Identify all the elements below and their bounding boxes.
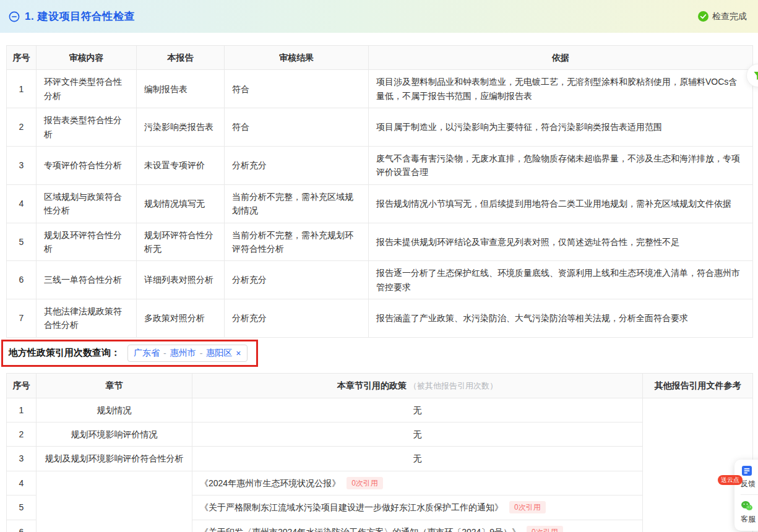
cell-result: 分析充分 [225, 146, 369, 184]
table-row: 1 规划情况 无 [7, 398, 753, 422]
cell-policy: 《关于严格限制东江流域水污染项目建设进一步做好东江水质保护工作的通知》0次引用 [192, 496, 643, 520]
cell-chapter-merged [37, 471, 192, 532]
cell-report: 规划环评符合性分析无 [137, 223, 225, 261]
cell-report: 详细列表对照分析 [137, 261, 225, 299]
cell-no: 6 [7, 261, 37, 299]
citation-count-badge: 0次引用 [509, 501, 546, 513]
cell-no: 5 [7, 223, 37, 261]
cell-report: 未设置专项评价 [137, 146, 225, 184]
cell-no: 2 [7, 423, 37, 447]
page-title: 1. 建设项目符合性检查 [25, 9, 135, 24]
cell-result: 符合 [225, 70, 369, 108]
region-separator: - [163, 348, 166, 358]
cell-chapter: 规划及规划环境影响评价符合性分析 [37, 447, 192, 471]
table-row: 2 规划环境影响评价情况 无 [7, 423, 753, 447]
wechat-icon [741, 500, 753, 512]
cell-no: 6 [7, 520, 37, 532]
table-row: 3 规划及规划环境影响评价符合性分析 无 [7, 447, 753, 471]
cell-basis: 报告涵盖了产业政策、水污染防治、大气污染防治等相关法规，分析全面符合要求 [369, 299, 753, 338]
col-header-policy-sub: （被其他报告引用次数） [409, 381, 497, 390]
cell-content: 报告表类型符合性分析 [37, 108, 137, 147]
cell-chapter: 规划情况 [37, 398, 192, 422]
coin-reward-badge: 送云点 [718, 475, 743, 485]
cell-content: 三线一单符合性分析 [37, 261, 137, 299]
table-row: 4 区域规划与政策符合性分析 规划情况填写无 当前分析不完整，需补充区域规划情况… [7, 184, 753, 223]
table-row: 3 专项评价符合性分析 未设置专项评价 分析充分 废气不含毒有害污染物，无废水直… [7, 146, 753, 184]
cell-no: 1 [7, 70, 37, 108]
citation-count-badge: 0次引用 [347, 477, 383, 489]
cell-no: 4 [7, 471, 37, 495]
section-header: 1. 建设项目符合性检查 检查完成 [0, 0, 758, 33]
col-header-result: 审核结果 [225, 46, 369, 70]
section-title-wrap[interactable]: 1. 建设项目符合性检查 [9, 9, 135, 24]
cell-result: 符合 [225, 108, 369, 147]
policy-title: 《关于印发〈惠州市2024年水污染防治工作方案〉的通知（惠市环〔2024〕9号）… [200, 527, 520, 532]
col-header-policy-main: 本章节引用的政策 [337, 380, 407, 390]
table-row: 6 三线一单符合性分析 详细列表对照分析 分析充分 报告逐一分析了生态保护红线、… [7, 261, 753, 299]
col-header-reference: 其他报告引用文件参考 [643, 373, 753, 398]
tag-close-icon[interactable]: × [236, 348, 241, 358]
collapse-icon[interactable] [9, 11, 20, 22]
region-district: 惠阳区 [206, 348, 232, 359]
policy-query-label: 地方性政策引用次数查询： [9, 347, 120, 359]
cell-no: 5 [7, 496, 37, 520]
cell-policy: 《关于印发〈惠州市2024年水污染防治工作方案〉的通知（惠市环〔2024〕9号）… [192, 520, 643, 532]
table-row: 2 报告表类型符合性分析 污染影响类报告表 符合 项目属于制造业，以污染影响为主… [7, 108, 753, 147]
region-separator: - [200, 348, 203, 358]
cell-report: 污染影响类报告表 [137, 108, 225, 147]
cell-content: 专项评价符合性分析 [37, 146, 137, 184]
check-complete-icon [698, 11, 708, 22]
region-select-tag[interactable]: 广东省 - 惠州市 - 惠阳区 × [127, 345, 248, 362]
col-header-policy: 本章节引用的政策 （被其他报告引用次数） [192, 373, 643, 398]
feedback-button[interactable]: 反馈 [741, 465, 758, 489]
cell-no: 2 [7, 108, 37, 147]
col-header-report: 本报告 [137, 46, 225, 70]
cell-no: 3 [7, 146, 37, 184]
cell-policy: 《2024年惠州市生态环境状况公报》0次引用 [192, 471, 643, 495]
main-content: 序号 审核内容 本报告 审核结果 依据 1 环评文件类型符合性分析 编制报告表 … [0, 33, 758, 532]
col-header-content: 审核内容 [37, 46, 137, 70]
panel-divider [741, 494, 758, 495]
feedback-form-icon [741, 465, 753, 477]
cell-policy: 无 [192, 447, 643, 471]
filter-icon [753, 71, 758, 80]
cell-policy: 无 [192, 423, 643, 447]
cell-content: 规划及环评符合性分析 [37, 223, 137, 261]
cell-no: 7 [7, 299, 37, 338]
customer-service-label: 客服 [741, 514, 756, 525]
cell-content: 其他法律法规政策符合性分析 [37, 299, 137, 338]
cell-basis: 报告未提供规划环评结论及审查意见列表对照，仅简述选址符合性，完整性不足 [369, 223, 753, 261]
region-province: 广东省 [134, 348, 160, 359]
col-header-no: 序号 [7, 46, 37, 70]
floating-help-panel: 送云点 反馈 客服 [734, 460, 758, 531]
cell-basis: 报告逐一分析了生态保护红线、环境质量底线、资源利用上线和生态环境准入清单，符合惠… [369, 261, 753, 299]
cell-result: 分析充分 [225, 261, 369, 299]
customer-service-button[interactable]: 客服 [741, 500, 758, 525]
policy-title: 《2024年惠州市生态环境状况公报》 [200, 478, 340, 488]
cell-result: 当前分析不完整，需补充规划环评符合性分析 [225, 223, 369, 261]
cell-report: 规划情况填写无 [137, 184, 225, 223]
feedback-label: 反馈 [741, 479, 756, 489]
citation-table-header-row: 序号 章节 本章节引用的政策 （被其他报告引用次数） 其他报告引用文件参考 [7, 373, 753, 398]
cell-report: 编制报告表 [137, 70, 225, 108]
col-header-basis: 依据 [369, 46, 753, 70]
compliance-table-header-row: 序号 审核内容 本报告 审核结果 依据 [7, 46, 753, 70]
col-header-chapter: 章节 [37, 373, 192, 398]
policy-citation-table: 序号 章节 本章节引用的政策 （被其他报告引用次数） 其他报告引用文件参考 1 … [6, 373, 753, 532]
citation-count-badge: 0次引用 [527, 526, 563, 532]
policy-title: 《关于严格限制东江流域水污染项目建设进一步做好东江水质保护工作的通知》 [200, 502, 503, 512]
cell-basis: 项目属于制造业，以污染影响为主要特征，符合污染影响类报告表适用范围 [369, 108, 753, 147]
cell-basis: 废气不含毒有害污染物，无废水直排，危险物质存储未超临界量，不涉及生态和海洋排放，… [369, 146, 753, 184]
status-text: 检查完成 [712, 11, 747, 22]
status-badge: 检查完成 [698, 11, 747, 22]
cell-content: 环评文件类型符合性分析 [37, 70, 137, 108]
compliance-table: 序号 审核内容 本报告 审核结果 依据 1 环评文件类型符合性分析 编制报告表 … [6, 45, 753, 338]
cell-result: 分析充分 [225, 299, 369, 338]
cell-chapter: 规划环境影响评价情况 [37, 423, 192, 447]
table-row: 7 其他法律法规政策符合性分析 多政策对照分析 分析充分 报告涵盖了产业政策、水… [7, 299, 753, 338]
cell-result: 当前分析不完整，需补充区域规划情况 [225, 184, 369, 223]
table-row: 4 《2024年惠州市生态环境状况公报》0次引用 [7, 471, 753, 495]
cell-no: 4 [7, 184, 37, 223]
col-header-no: 序号 [7, 373, 37, 398]
cell-report: 多政策对照分析 [137, 299, 225, 338]
